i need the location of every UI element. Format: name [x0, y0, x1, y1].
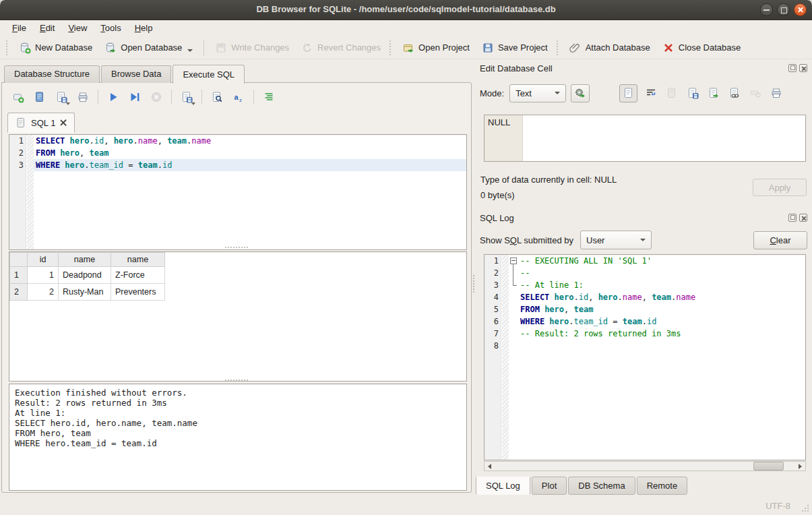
splitter-handle[interactable]: [225, 247, 248, 249]
column-header[interactable]: id: [28, 253, 59, 267]
execute-line-icon: [129, 91, 141, 103]
code-line: 3WHERE hero.team_id = team.id: [9, 159, 466, 171]
print-cell-button[interactable]: [769, 86, 784, 100]
word-wrap-button[interactable]: [644, 86, 658, 100]
dropdown-arrow-icon[interactable]: [191, 102, 195, 105]
code-text: WHERE hero.team_id = team.id: [34, 159, 466, 171]
execution-message-box[interactable]: Execution finished without errors.Result…: [9, 384, 467, 491]
table-cell[interactable]: Preventers: [111, 284, 165, 301]
clear-button[interactable]: Clear: [753, 231, 807, 249]
execute-all-button[interactable]: [104, 88, 123, 106]
format-sql-button[interactable]: [259, 88, 278, 106]
dropdown-arrow-icon[interactable]: [66, 102, 70, 105]
save-sql-file-button[interactable]: [52, 88, 71, 106]
tab-execute-sql[interactable]: Execute SQL: [173, 65, 245, 84]
cell-type-info: Type of data currently in cell: NULL: [480, 175, 617, 185]
log-horizontal-scrollbar[interactable]: [484, 461, 806, 471]
close-database-button[interactable]: Close Database: [657, 39, 747, 57]
sql-log-controls: Show SQL submitted by User Clear: [480, 231, 807, 249]
fold-marker-icon[interactable]: [509, 279, 518, 291]
save-results-button[interactable]: [177, 88, 196, 106]
table-cell[interactable]: Rusty-Man: [59, 284, 111, 301]
new-database-button[interactable]: New Database: [13, 39, 98, 57]
save-sql-file-icon: [55, 91, 67, 103]
tab-browse-data[interactable]: Browse Data: [101, 65, 171, 83]
dock-tab-plot[interactable]: Plot: [532, 477, 567, 495]
dock-tab-sql-log[interactable]: SQL Log: [476, 477, 530, 495]
resize-grip-icon[interactable]: [801, 504, 809, 512]
fold-marker-icon[interactable]: [509, 267, 518, 279]
menu-help[interactable]: Help: [128, 21, 160, 36]
code-line: 1-- EXECUTING ALL IN 'SQL 1': [485, 255, 805, 267]
title-bar[interactable]: DB Browser for SQLite - /home/user/code/…: [0, 0, 812, 20]
print-sql-button[interactable]: [73, 88, 92, 106]
code-text: -- Result: 2 rows returned in 3ms: [518, 328, 805, 340]
encoding-indicator[interactable]: UTF-8: [766, 501, 790, 511]
code-text: SELECT hero.id, hero.name, team.name: [34, 135, 466, 147]
table-cell[interactable]: 2: [28, 284, 59, 301]
scroll-right-icon[interactable]: [795, 462, 805, 471]
message-line: At line 1:: [15, 408, 461, 418]
text-mode-button[interactable]: [619, 84, 637, 102]
menu-tools[interactable]: Tools: [94, 21, 127, 36]
code-line: 2FROM hero, team: [9, 147, 466, 159]
column-header[interactable]: name: [111, 253, 165, 267]
menu-file[interactable]: File: [5, 21, 33, 36]
open-database-button[interactable]: Open Database: [99, 39, 198, 57]
scrollbar-thumb[interactable]: [753, 462, 784, 471]
table-cell[interactable]: Z-Force: [111, 267, 165, 284]
minimize-button[interactable]: [760, 3, 773, 16]
tab-database-structure[interactable]: Database Structure: [4, 65, 100, 83]
dock-tab-remote[interactable]: Remote: [637, 477, 688, 495]
close-tab-icon[interactable]: [59, 119, 67, 127]
close-panel-icon[interactable]: [799, 214, 807, 222]
execute-line-button[interactable]: [125, 88, 144, 106]
save-cell-button[interactable]: [685, 86, 700, 100]
row-number-cell[interactable]: 2: [10, 284, 28, 301]
table-row: 22Rusty-ManPreventers: [10, 284, 165, 301]
link-cell-button[interactable]: [727, 86, 742, 100]
splitter-handle[interactable]: [225, 380, 248, 382]
table-cell[interactable]: Deadpond: [59, 267, 111, 284]
apply-cell-button[interactable]: [571, 84, 590, 102]
export-cell-icon: [708, 87, 720, 99]
dock-tab-db-schema[interactable]: DB Schema: [568, 477, 635, 495]
sql-editor[interactable]: 1SELECT hero.id, hero.name, team.name2FR…: [9, 134, 467, 250]
find-replace-button[interactable]: [208, 88, 226, 106]
close-panel-icon[interactable]: [799, 64, 807, 72]
menu-view[interactable]: View: [61, 21, 94, 36]
open-sql-tab-button[interactable]: [9, 88, 28, 106]
save-project-button[interactable]: Save Project: [476, 39, 553, 57]
column-header[interactable]: name: [59, 253, 111, 267]
svg-text:z: z: [239, 97, 242, 103]
float-panel-icon[interactable]: [788, 214, 797, 222]
scroll-left-icon[interactable]: [485, 462, 495, 471]
line-number: 4: [485, 291, 501, 303]
cell-editor[interactable]: NULL: [484, 115, 806, 162]
vertical-splitter[interactable]: [472, 61, 476, 493]
table-cell[interactable]: 1: [28, 267, 59, 284]
submitted-by-select[interactable]: User: [580, 231, 652, 249]
row-number-cell[interactable]: 1: [10, 267, 28, 284]
fold-marker-icon[interactable]: [509, 255, 518, 267]
dropdown-arrow-icon[interactable]: [187, 49, 193, 52]
apply-cell-icon: [574, 87, 586, 99]
open-project-button[interactable]: Open Project: [397, 39, 475, 57]
toolbar-label: Write Changes: [231, 42, 289, 53]
sql-doc-icon: [15, 117, 27, 129]
sql-log-view[interactable]: 1-- EXECUTING ALL IN 'SQL 1'2--3-- At li…: [484, 254, 806, 460]
float-panel-icon[interactable]: [788, 64, 797, 72]
scrollbar-track[interactable]: [495, 462, 795, 471]
attach-database-button[interactable]: Attach Database: [564, 39, 656, 57]
export-cell-button[interactable]: [706, 86, 721, 100]
mode-select[interactable]: Text: [509, 84, 566, 102]
maximize-button[interactable]: [777, 3, 790, 16]
revert-changes-button: Revert Changes: [296, 39, 386, 57]
open-sql-file-button[interactable]: [30, 88, 49, 106]
code-text: --: [518, 267, 805, 279]
menu-edit[interactable]: Edit: [33, 21, 61, 36]
code-text: FROM hero, team: [518, 303, 805, 315]
sql-editor-tab[interactable]: SQL 1: [7, 113, 75, 133]
auto-complete-button[interactable]: az: [229, 88, 248, 106]
close-button[interactable]: [794, 3, 807, 16]
